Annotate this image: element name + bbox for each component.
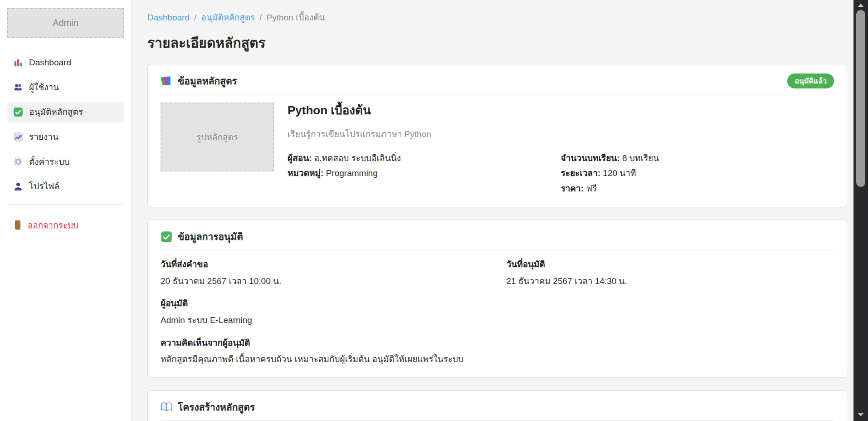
status-badge: อนุมัติแล้ว: [787, 73, 834, 88]
books-icon: [161, 75, 172, 87]
request-date-label: วันที่ส่งคำขอ: [161, 258, 488, 271]
category-row: หมวดหมู่: Programming: [288, 166, 561, 180]
sidebar-item-label: รายงาน: [29, 131, 59, 143]
course-meta: ผู้สอน: อ.ทดสอบ ระบบอีเลินนิ่ง หมวดหมู่:…: [288, 152, 834, 197]
sidebar-item-users[interactable]: ผู้ใช้งาน: [7, 77, 124, 98]
course-card-header: ข้อมูลหลักสูตร อนุมัติแล้ว: [161, 73, 834, 94]
gear-icon: [13, 157, 23, 166]
comment-block: ความคิดเห็นจากผู้อนุมัติ หลักสูตรมีคุณภา…: [161, 337, 834, 366]
category-value: Programming: [326, 168, 378, 178]
sidebar-item-approve-courses[interactable]: อนุมัติหลักสูตร: [7, 102, 124, 122]
door-icon: [13, 220, 22, 230]
comment-label: ความคิดเห็นจากผู้อนุมัติ: [161, 337, 834, 349]
duration-value: 120 นาที: [603, 168, 636, 178]
request-date-value: 20 ธันวาคม 2567 เวลา 10:00 น.: [161, 275, 488, 288]
approve-date-value: 21 ธันวาคม 2567 เวลา 14:30 น.: [507, 275, 834, 288]
chart-increasing-icon: [13, 132, 23, 142]
approver-value: Admin ระบบ E-Learning: [161, 314, 834, 327]
card-divider: [161, 94, 834, 94]
approval-card-header: ข้อมูลการอนุมัติ: [161, 229, 834, 250]
price-label: ราคา:: [561, 184, 584, 193]
breadcrumb-separator: /: [194, 12, 196, 24]
approve-date-block: วันที่อนุมัติ 21 ธันวาคม 2567 เวลา 14:30…: [507, 258, 834, 287]
breadcrumb: Dashboard / อนุมัติหลักสูตร / Python เบื…: [147, 12, 847, 24]
instructor-value: อ.ทดสอบ ระบบอีเลินนิ่ง: [314, 153, 401, 163]
scrollbar-thumb[interactable]: [856, 10, 865, 187]
course-title: Python เบื้องต้น: [288, 103, 834, 118]
logout-link[interactable]: ออกจากระบบ: [13, 218, 124, 232]
course-structure-card: โครงสร้างหลักสูตร: [147, 390, 847, 421]
sidebar-item-profile[interactable]: โปรไฟล์: [7, 176, 124, 197]
scrollbar-up-arrow[interactable]: [853, 1, 868, 10]
scrollbar-down-arrow[interactable]: [853, 410, 868, 419]
sidebar-item-label: อนุมัติหลักสูตร: [29, 106, 83, 118]
sidebar-nav: Dashboard ผู้ใช้งาน: [7, 52, 124, 197]
approver-block: ผู้อนุมัติ Admin ระบบ E-Learning: [161, 297, 834, 326]
lessons-row: จำนวนบทเรียน: 8 บทเรียน: [561, 152, 834, 165]
logout-label: ออกจากระบบ: [28, 218, 78, 232]
structure-card-header: โครงสร้างหลักสูตร: [161, 400, 834, 420]
course-info-card: ข้อมูลหลักสูตร อนุมัติแล้ว รูปหลักสูตร P…: [147, 64, 847, 207]
approver-label: ผู้อนุมัติ: [161, 297, 834, 310]
breadcrumb-link-approve-courses[interactable]: อนุมัติหลักสูตร: [201, 12, 255, 24]
approval-info-card: ข้อมูลการอนุมัติ วันที่ส่งคำขอ 20 ธันวาค…: [147, 220, 847, 378]
sidebar: Admin Dashboard: [0, 0, 132, 421]
person-icon: [13, 181, 23, 191]
course-description: เรียนรู้การเขียนโปรแกรมภาษา Python: [288, 128, 834, 141]
price-value: ฟรี: [586, 184, 597, 193]
instructor-row: ผู้สอน: อ.ทดสอบ ระบบอีเลินนิ่ง: [288, 152, 561, 165]
duration-row: ระยะเวลา: 120 นาที: [561, 166, 834, 180]
sidebar-divider: [8, 204, 123, 205]
lessons-value: 8 บทเรียน: [622, 153, 659, 163]
comment-value: หลักสูตรมีคุณภาพดี เนื้อหาครบถ้วน เหมาะส…: [161, 353, 834, 366]
sidebar-item-reports[interactable]: รายงาน: [7, 127, 124, 147]
instructor-label: ผู้สอน:: [288, 153, 312, 163]
approval-dates-row: วันที่ส่งคำขอ 20 ธันวาคม 2567 เวลา 10:00…: [161, 258, 834, 297]
check-square-icon: [161, 231, 172, 243]
card-divider: [161, 250, 834, 250]
breadcrumb-link-dashboard[interactable]: Dashboard: [147, 12, 190, 24]
admin-logo-text: Admin: [53, 18, 78, 28]
course-card-title: ข้อมูลหลักสูตร: [178, 74, 237, 88]
sidebar-item-dashboard[interactable]: Dashboard: [7, 52, 124, 73]
sidebar-item-label: ตั้งค่าระบบ: [29, 156, 70, 168]
sidebar-item-label: ผู้ใช้งาน: [29, 82, 59, 93]
breadcrumb-separator: /: [259, 12, 262, 24]
course-row: รูปหลักสูตร Python เบื้องต้น เรียนรู้การ…: [161, 103, 834, 197]
lessons-label: จำนวนบทเรียน:: [561, 153, 620, 163]
request-date-block: วันที่ส่งคำขอ 20 ธันวาคม 2567 เวลา 10:00…: [161, 258, 488, 287]
course-info: Python เบื้องต้น เรียนรู้การเขียนโปรแกรม…: [288, 103, 834, 197]
sidebar-item-label: โปรไฟล์: [29, 181, 59, 192]
card-divider: [161, 420, 834, 421]
course-meta-right: จำนวนบทเรียน: 8 บทเรียน ระยะเวลา: 120 นา…: [561, 152, 834, 197]
users-icon: [13, 82, 23, 92]
triangle-up-icon: [858, 4, 864, 7]
vertical-scrollbar[interactable]: [853, 0, 868, 421]
main-content: Dashboard / อนุมัติหลักสูตร / Python เบื…: [132, 0, 868, 421]
course-image-placeholder: รูปหลักสูตร: [161, 103, 274, 171]
triangle-down-icon: [858, 413, 864, 416]
price-row: ราคา: ฟรี: [561, 182, 834, 195]
approve-date-label: วันที่อนุมัติ: [507, 258, 834, 271]
structure-card-title: โครงสร้างหลักสูตร: [178, 401, 255, 414]
sidebar-item-settings[interactable]: ตั้งค่าระบบ: [7, 152, 124, 172]
page-title: รายละเอียดหลักสูตร: [147, 34, 847, 52]
course-meta-left: ผู้สอน: อ.ทดสอบ ระบบอีเลินนิ่ง หมวดหมู่:…: [288, 152, 561, 197]
dashboard-icon: [13, 58, 23, 68]
sidebar-item-label: Dashboard: [29, 57, 71, 69]
admin-logo-placeholder: Admin: [7, 8, 124, 38]
breadcrumb-current: Python เบื้องต้น: [267, 12, 325, 24]
category-label: หมวดหมู่:: [288, 168, 323, 178]
open-book-icon: [161, 401, 172, 413]
course-image-placeholder-label: รูปหลักสูตร: [196, 130, 238, 144]
check-square-icon: [13, 107, 23, 117]
duration-label: ระยะเวลา:: [561, 168, 601, 178]
approval-card-title: ข้อมูลการอนุมัติ: [178, 230, 243, 243]
